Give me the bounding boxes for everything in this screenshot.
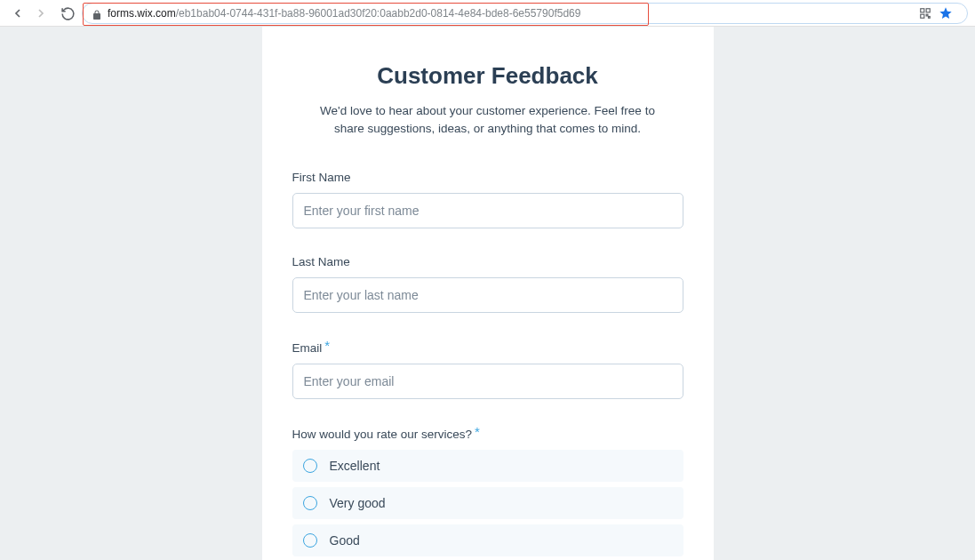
forward-button[interactable] bbox=[34, 6, 48, 20]
required-star-icon: * bbox=[324, 338, 330, 353]
url-path: /eb1bab04-0744-431f-ba88-96001ad30f20:0a… bbox=[176, 7, 581, 20]
rating-options: Excellent Very good Good Fair Poor bbox=[292, 450, 683, 561]
svg-rect-1 bbox=[926, 8, 930, 12]
rating-label: How would you rate our services?* bbox=[292, 426, 683, 441]
nav-controls bbox=[7, 6, 75, 20]
address-bar[interactable]: forms.wix.com/eb1bab04-0744-431f-ba88-96… bbox=[82, 3, 968, 24]
address-bar-right bbox=[919, 6, 958, 20]
rating-label-text: How would you rate our services? bbox=[292, 428, 473, 441]
radio-option-good[interactable]: Good bbox=[292, 524, 683, 556]
radio-label: Very good bbox=[330, 496, 386, 510]
radio-label: Excellent bbox=[330, 459, 380, 473]
last-name-field: Last Name bbox=[292, 255, 683, 313]
last-name-input[interactable] bbox=[292, 277, 683, 313]
email-label-text: Email bbox=[292, 341, 323, 355]
email-label: Email* bbox=[292, 340, 683, 355]
email-field: Email* bbox=[292, 340, 683, 399]
page-subtitle: We'd love to hear about your customer ex… bbox=[292, 102, 683, 139]
radio-option-excellent[interactable]: Excellent bbox=[292, 450, 683, 482]
radio-circle-icon bbox=[303, 496, 317, 510]
radio-label: Good bbox=[330, 533, 360, 548]
svg-rect-0 bbox=[921, 8, 924, 12]
form-container: Customer Feedback We'd love to hear abou… bbox=[262, 27, 714, 560]
page-title: Customer Feedback bbox=[292, 62, 683, 90]
required-star-icon: * bbox=[475, 424, 480, 439]
refresh-button[interactable] bbox=[60, 6, 75, 20]
email-input[interactable] bbox=[292, 364, 683, 399]
first-name-label: First Name bbox=[292, 171, 683, 184]
rating-field: How would you rate our services?* Excell… bbox=[292, 426, 683, 561]
svg-rect-4 bbox=[929, 16, 931, 18]
last-name-label: Last Name bbox=[292, 255, 683, 268]
radio-circle-icon bbox=[303, 533, 317, 548]
lock-icon bbox=[92, 8, 102, 19]
first-name-field: First Name bbox=[292, 171, 683, 228]
back-button[interactable] bbox=[11, 6, 25, 20]
bookmark-star-icon[interactable] bbox=[939, 6, 953, 20]
svg-rect-3 bbox=[926, 14, 928, 16]
qr-icon[interactable] bbox=[919, 7, 931, 20]
url-text: forms.wix.com/eb1bab04-0744-431f-ba88-96… bbox=[108, 7, 580, 20]
browser-toolbar: forms.wix.com/eb1bab04-0744-431f-ba88-96… bbox=[0, 0, 975, 27]
first-name-input[interactable] bbox=[292, 193, 683, 228]
svg-rect-2 bbox=[921, 14, 924, 18]
radio-circle-icon bbox=[303, 459, 317, 473]
radio-option-very-good[interactable]: Very good bbox=[292, 487, 683, 519]
url-domain: forms.wix.com bbox=[108, 7, 176, 20]
page-content: Customer Feedback We'd love to hear abou… bbox=[0, 27, 975, 560]
